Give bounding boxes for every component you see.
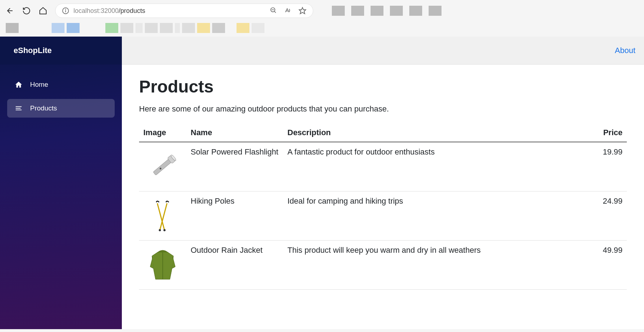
product-price: 49.99 [585,241,627,290]
home-nav-icon[interactable] [39,6,47,15]
product-image-cell [139,241,186,290]
product-image [143,196,182,235]
url-text: localhost:32000/products [73,7,266,15]
products-table: Image Name Description Price Solar Power… [139,124,627,290]
about-link[interactable]: About [615,46,636,55]
table-row: Outdoor Rain JacketThis product will kee… [139,241,627,290]
sidebar-item-label: Products [30,104,57,112]
content: Products Here are some of our amazing ou… [122,65,644,302]
svg-point-17 [163,229,166,231]
col-description: Description [283,124,585,142]
product-name: Solar Powered Flashlight [186,142,283,191]
product-image-cell [139,142,186,191]
table-row: Solar Powered FlashlightA fantastic prod… [139,142,627,191]
url-host: localhost [73,7,99,14]
favorite-icon[interactable] [299,7,306,15]
svg-point-18 [159,229,161,231]
product-description: Ideal for camping and hiking trips [283,191,585,241]
top-header: About [122,37,644,65]
info-icon[interactable] [62,7,69,14]
svg-line-4 [275,11,276,13]
product-price: 19.99 [585,142,627,191]
sidebar-item-home[interactable]: Home [7,75,115,94]
product-name: Outdoor Rain Jacket [186,241,283,290]
product-price: 24.99 [585,191,627,241]
product-name: Hiking Poles [186,191,283,241]
sidebar-item-label: Home [30,81,48,89]
url-path: /products [119,7,145,14]
app-shell: eShopLite Home Products About Products H… [0,37,644,329]
svg-point-2 [66,9,66,9]
read-aloud-icon[interactable] [284,7,291,15]
main-area: About Products Here are some of our amaz… [122,37,644,329]
refresh-icon[interactable] [22,6,31,15]
menu-icon [14,104,23,113]
back-icon[interactable] [6,6,14,15]
favorite-bar [0,22,644,37]
url-port: :32000 [99,7,119,14]
product-image [143,147,182,186]
zoom-out-icon[interactable] [270,7,277,15]
product-description: A fantastic product for outdoor enthusia… [283,142,585,191]
table-row: Hiking PolesIdeal for camping and hiking… [139,191,627,241]
sidebar-item-products[interactable]: Products [7,99,115,118]
page-subtitle: Here are some of our amazing outdoor pro… [139,104,627,114]
browser-chrome: localhost:32000/products [0,0,644,22]
svg-marker-7 [299,8,306,14]
home-icon [14,80,23,89]
brand-title[interactable]: eShopLite [0,37,122,65]
col-image: Image [139,124,186,142]
product-image-cell [139,191,186,241]
table-header-row: Image Name Description Price [139,124,627,142]
page-title: Products [139,77,627,96]
sidebar-nav: Home Products [0,65,122,130]
col-price: Price [585,124,627,142]
sidebar: eShopLite Home Products [0,37,122,329]
product-description: This product will keep you warm and dry … [283,241,585,290]
product-image [143,246,182,284]
address-bar[interactable]: localhost:32000/products [55,4,313,18]
browser-extensions-area [332,6,442,16]
col-name: Name [186,124,283,142]
